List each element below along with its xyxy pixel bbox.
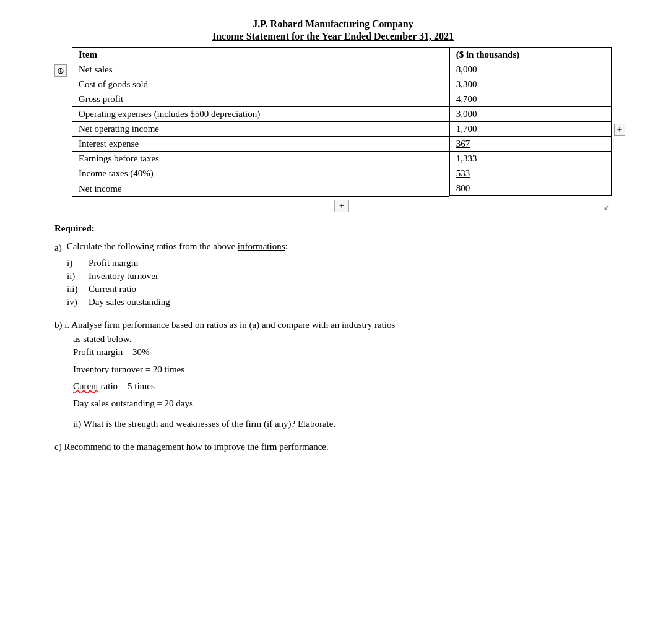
list-item-text: Profit margin [89, 258, 612, 268]
table-cell-value: 367 [449, 137, 611, 152]
section-c: c) Recommend to the management how to im… [54, 442, 612, 452]
table-cell-value: 3,000 [449, 107, 611, 122]
section-b-ii-text: What is the strength and weaknesses of t… [84, 419, 335, 429]
informations-underline: informations [238, 241, 285, 251]
industry-ratio-item: Profit margin = 30% [73, 345, 612, 361]
section-b-i-text: Analyse firm performance based on ratios… [71, 320, 395, 330]
table-row: Interest expense367 [72, 137, 612, 152]
list-item: i)Profit margin [67, 258, 612, 268]
section-a-label: a) [54, 243, 62, 253]
section-c-label: c) [54, 442, 62, 452]
section-a-list: i)Profit marginii)Inventory turnoveriii)… [67, 258, 612, 307]
income-table: Item ($ in thousands) Net sales8,000Cost… [72, 47, 612, 197]
table-cell-item: Earnings before taxes [72, 152, 450, 166]
resize-icon[interactable]: ↙ [602, 202, 612, 212]
list-item-num: i) [67, 258, 89, 268]
table-cell-item: Interest expense [72, 137, 450, 152]
move-icon[interactable]: ⊕ [54, 64, 67, 77]
required-section: Required: [54, 223, 612, 234]
section-b-i: b) i. Analyse firm performance based on … [54, 320, 612, 411]
industry-ratios: Profit margin = 30%Inventory turnover = … [73, 345, 612, 411]
section-b-i-stated: as stated below. [73, 334, 612, 345]
section-b-ii-label: ii) [73, 419, 81, 429]
page-content: J.P. Robard Manufacturing Company Income… [54, 19, 612, 452]
list-item-text: Day sales outstanding [89, 297, 612, 307]
section-c-text: Recommend to the management how to impro… [64, 442, 328, 452]
table-row: Net operating income1,700 [72, 122, 612, 137]
table-cell-value: 3,300 [449, 77, 611, 92]
table-add-col-button[interactable]: + [614, 124, 625, 136]
table-row: Cost of goods sold3,300 [72, 77, 612, 92]
curent-wavy: Curent [73, 381, 98, 391]
section-b-i-label: b) i. [54, 320, 69, 330]
statement-title: Income Statement for the Year Ended Dece… [54, 31, 612, 42]
list-item: iii)Current ratio [67, 284, 612, 294]
table-cell-item: Cost of goods sold [72, 77, 450, 92]
add-row-button[interactable]: + [334, 200, 349, 212]
section-b: b) i. Analyse firm performance based on … [54, 320, 612, 429]
table-cell-value: 533 [449, 166, 611, 181]
required-label: Required: [54, 223, 95, 233]
section-a: a) Calculate the following ratios from t… [54, 241, 612, 307]
col-item-header: Item [72, 48, 450, 62]
industry-ratio-item: Inventory turnover = 20 times [73, 362, 612, 378]
table-row: Income taxes (40%)533 [72, 166, 612, 181]
table-cell-value: 4,700 [449, 92, 611, 107]
table-cell-value: 1,700 [449, 122, 611, 137]
table-wrapper: ⊕ Item ($ in thousands) Net sales8,000Co… [54, 47, 612, 212]
table-cell-item: Net sales [72, 62, 450, 77]
industry-ratio-item: Day sales outstanding = 20 days [73, 396, 612, 412]
list-item-num: ii) [67, 271, 89, 281]
section-b-i-header: b) i. Analyse firm performance based on … [54, 320, 612, 330]
table-cell-value: 1,333 [449, 152, 611, 166]
list-item-text: Inventory turnover [89, 271, 612, 281]
table-cell-item: Operating expenses (includes $500 deprec… [72, 107, 450, 122]
industry-ratio-item: Curent ratio = 5 times [73, 379, 612, 395]
section-b-ii: ii) What is the strength and weaknesses … [73, 419, 612, 429]
table-cell-item: Income taxes (40%) [72, 166, 450, 181]
table-row: Earnings before taxes1,333 [72, 152, 612, 166]
table-row: Gross profit4,700 [72, 92, 612, 107]
list-item-num: iii) [67, 284, 89, 294]
list-item-text: Current ratio [89, 284, 612, 294]
list-item: ii)Inventory turnover [67, 271, 612, 281]
table-cell-item: Gross profit [72, 92, 450, 107]
table-cell-item: Net operating income [72, 122, 450, 137]
section-a-question: Calculate the following ratios from the … [67, 241, 288, 252]
list-item-num: iv) [67, 297, 89, 307]
table-cell-value: 800 [449, 181, 611, 197]
as-stated-below: as stated below. [73, 334, 131, 344]
table-cell-item: Net income [72, 181, 450, 197]
table-cell-value: 8,000 [449, 62, 611, 77]
table-row: Net income800 [72, 181, 612, 197]
table-row: Operating expenses (includes $500 deprec… [72, 107, 612, 122]
company-name: J.P. Robard Manufacturing Company [54, 19, 612, 30]
table-row: Net sales8,000 [72, 62, 612, 77]
list-item: iv)Day sales outstanding [67, 297, 612, 307]
col-value-header: ($ in thousands) [449, 48, 611, 62]
